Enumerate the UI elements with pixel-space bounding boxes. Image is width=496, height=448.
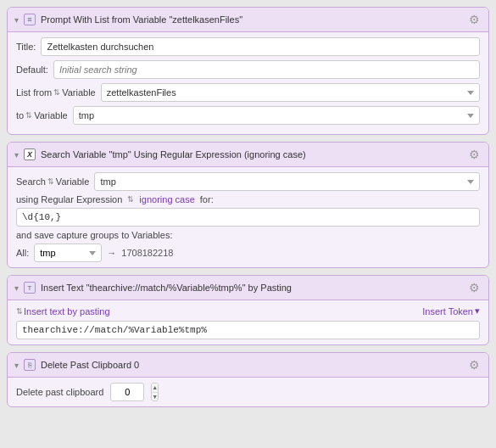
capture-result: 1708182218 bbox=[121, 248, 173, 258]
block2-header: ▾ X Search Variable "tmp" Using Regular … bbox=[8, 143, 488, 167]
block1-to-select[interactable]: tmp bbox=[73, 106, 480, 125]
block2-body: Search ⇅ Variable tmp using Regular Expr… bbox=[8, 167, 488, 267]
block-delete-clipboard: ▾ ⎘ Delete Past Clipboard 0 ⚙ Delete pas… bbox=[7, 352, 489, 407]
stepper-up-button[interactable]: ▲ bbox=[152, 384, 158, 393]
block2-capture-row: All: tmp → 1708182218 bbox=[16, 244, 480, 262]
block1-title-input[interactable] bbox=[41, 37, 480, 56]
block3-collapse-triangle[interactable]: ▾ bbox=[14, 283, 19, 293]
listfrom-type-arrows[interactable]: ⇅ bbox=[53, 88, 60, 97]
block2-search-row: Search ⇅ Variable tmp bbox=[16, 172, 480, 191]
block-insert-text: ▾ T Insert Text "thearchive://match/%Var… bbox=[7, 275, 489, 345]
block4-collapse-triangle[interactable]: ▾ bbox=[14, 361, 19, 370]
using-label: using Regular Expression bbox=[16, 194, 122, 204]
block3-header: ▾ T Insert Text "thearchive://match/%Var… bbox=[8, 276, 488, 300]
block2-search-select[interactable]: tmp bbox=[94, 172, 480, 191]
all-label: All: bbox=[16, 248, 29, 258]
ignoring-case-link[interactable]: ignoring case bbox=[139, 194, 194, 204]
stepper-down-button[interactable]: ▼ bbox=[152, 393, 158, 401]
block1-to-label: to ⇅ Variable bbox=[16, 110, 68, 120]
block4-stepper[interactable]: ▲ ▼ bbox=[151, 383, 159, 401]
capture-arrow: → bbox=[107, 248, 116, 258]
block1-body: Title: Default: List from ⇅ Variable zet… bbox=[8, 32, 488, 134]
block1-listfrom-select[interactable]: zettelkastenFiles bbox=[101, 83, 480, 102]
for-label: for: bbox=[200, 194, 214, 204]
block4-title: Delete Past Clipboard 0 bbox=[41, 360, 461, 370]
block2-regex-line: using Regular Expression ⇅ ignoring case… bbox=[16, 194, 480, 204]
block4-delete-row: Delete past clipboard ▲ ▼ bbox=[16, 383, 480, 401]
block1-header: ▾ ≡ Prompt With List from Variable "zett… bbox=[8, 8, 488, 32]
block2-save-label: and save capture groups to Variables: bbox=[16, 230, 480, 240]
block1-listfrom-row: List from ⇅ Variable zettelkastenFiles bbox=[16, 83, 480, 102]
block2-capture-select[interactable]: tmp bbox=[34, 244, 102, 262]
block4-number-input[interactable] bbox=[110, 383, 144, 401]
block3-url-input[interactable] bbox=[16, 321, 480, 339]
block2-search-label: Search ⇅ Variable bbox=[16, 176, 89, 187]
block1-icon: ≡ bbox=[24, 14, 36, 25]
block-search-variable: ▾ X Search Variable "tmp" Using Regular … bbox=[7, 142, 489, 268]
block1-listfrom-label: List from ⇅ Variable bbox=[16, 87, 96, 98]
to-type-arrows[interactable]: ⇅ bbox=[25, 111, 32, 120]
block3-title: Insert Text "thearchive://match/%Variabl… bbox=[41, 283, 461, 293]
block-prompt-list: ▾ ≡ Prompt With List from Variable "zett… bbox=[7, 7, 489, 135]
search-type-arrows[interactable]: ⇅ bbox=[47, 177, 54, 186]
block2-collapse-triangle[interactable]: ▾ bbox=[14, 150, 19, 160]
insert-token-button[interactable]: Insert Token ▾ bbox=[422, 305, 480, 316]
block4-icon: ⎘ bbox=[24, 359, 36, 371]
block1-default-input[interactable] bbox=[53, 60, 480, 79]
block2-regex-input[interactable] bbox=[16, 208, 480, 227]
block3-body: ⇅ Insert text by pasting Insert Token ▾ bbox=[8, 300, 488, 344]
block4-body: Delete past clipboard ▲ ▼ bbox=[8, 378, 488, 406]
block4-gear-button[interactable]: ⚙ bbox=[466, 357, 482, 372]
block1-collapse-triangle[interactable]: ▾ bbox=[14, 15, 19, 25]
block1-gear-button[interactable]: ⚙ bbox=[466, 12, 482, 27]
block2-icon: X bbox=[24, 148, 36, 160]
block1-title-label: Title: bbox=[16, 42, 36, 52]
insert-token-chevron: ▾ bbox=[475, 305, 480, 316]
block4-delete-label: Delete past clipboard bbox=[16, 387, 103, 397]
block2-gear-button[interactable]: ⚙ bbox=[466, 147, 482, 162]
block2-title: Search Variable "tmp" Using Regular Expr… bbox=[41, 149, 461, 160]
block3-icon: T bbox=[24, 282, 36, 294]
block1-default-row: Default: bbox=[16, 60, 480, 79]
block1-title-row: Title: bbox=[16, 37, 480, 56]
block1-to-row: to ⇅ Variable tmp bbox=[16, 106, 480, 125]
block4-header: ▾ ⎘ Delete Past Clipboard 0 ⚙ bbox=[8, 353, 488, 378]
ignoring-arrows[interactable]: ⇅ bbox=[127, 195, 134, 204]
block1-default-label: Default: bbox=[16, 64, 48, 75]
block3-insert-label[interactable]: ⇅ Insert text by pasting bbox=[16, 306, 110, 316]
block3-gear-button[interactable]: ⚙ bbox=[466, 280, 482, 295]
block3-insert-row: ⇅ Insert text by pasting Insert Token ▾ bbox=[16, 305, 480, 316]
block1-title: Prompt With List from Variable "zettelka… bbox=[41, 14, 461, 25]
